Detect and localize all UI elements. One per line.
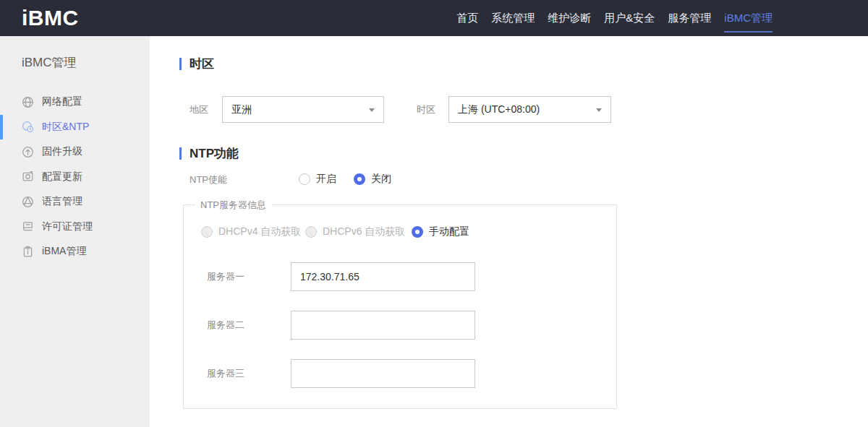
section-accent-bar: [179, 58, 182, 70]
server-one-input[interactable]: [291, 262, 475, 291]
nav-item-user-security[interactable]: 用户&安全: [604, 0, 655, 36]
manual-config-radio[interactable]: 手动配置: [412, 225, 469, 238]
sidebar-item-language[interactable]: 语言管理: [0, 189, 150, 215]
ntp-enable-radio-group: 开启 关闭: [299, 173, 391, 186]
server-two-input[interactable]: [291, 311, 475, 340]
timezone-section-header: 时区: [179, 56, 214, 72]
main-content: 时区 地区 亚洲 时区 上海 (UTC+08:00) NTP功能 NTP使能 开…: [150, 36, 868, 427]
radio-option-label: 手动配置: [429, 225, 469, 238]
nav-item-label: 系统管理: [491, 12, 535, 24]
sidebar-item-label: 语言管理: [42, 195, 82, 208]
sidebar-item-label: 配置更新: [42, 171, 82, 184]
timezone-select-value: 上海 (UTC+08:00): [458, 103, 540, 116]
sidebar-item-firmware-upgrade[interactable]: 固件升级: [0, 139, 150, 165]
sidebar-item-label: 时区&NTP: [42, 121, 89, 134]
nav-item-label: 首页: [456, 12, 478, 24]
chevron-down-icon: [596, 108, 602, 112]
sidebar-item-label: 网络配置: [42, 95, 82, 108]
timezone-section-title: 时区: [190, 56, 214, 72]
nav-item-label: iBMC管理: [724, 12, 773, 24]
ntp-enable-off-radio[interactable]: 关闭: [354, 173, 391, 186]
radio-circle-icon: [201, 226, 213, 238]
top-navigation: 首页 系统管理 维护诊断 用户&安全 服务管理 iBMC管理: [456, 0, 868, 36]
nav-item-label: 维护诊断: [548, 12, 591, 24]
region-label: 地区: [190, 96, 208, 123]
dhcpv4-auto-radio: DHCPv4 自动获取: [201, 225, 301, 238]
firmware-upgrade-icon: [22, 146, 34, 158]
server-three-input[interactable]: [291, 359, 475, 388]
radio-circle-icon: [412, 226, 423, 238]
radio-option-label: DHCPv6 自动获取: [323, 225, 405, 238]
region-select[interactable]: 亚洲: [222, 96, 384, 123]
nav-item-ibmc-management[interactable]: iBMC管理: [724, 0, 773, 36]
ntp-section-header: NTP功能: [179, 145, 239, 162]
chevron-down-icon: [369, 108, 375, 112]
server-three-label: 服务器三: [207, 359, 244, 388]
ntp-server-group-legend: NTP服务器信息: [195, 199, 271, 212]
server-two-label: 服务器二: [207, 311, 244, 340]
network-globe-icon: [22, 96, 34, 108]
region-select-value: 亚洲: [231, 103, 252, 116]
nav-item-home[interactable]: 首页: [456, 0, 478, 36]
ntp-section-title: NTP功能: [190, 145, 239, 162]
ibma-clipboard-icon: [22, 246, 34, 258]
sidebar-menu: 网络配置 时区&NTP 固件升级 配置更新 语言管理: [0, 90, 150, 264]
nav-item-label: 用户&安全: [604, 12, 655, 24]
sidebar-item-label: iBMA管理: [42, 245, 86, 258]
section-accent-bar: [179, 147, 182, 160]
ntp-enable-on-radio[interactable]: 开启: [299, 173, 336, 186]
radio-circle-icon: [299, 173, 310, 185]
active-item-indicator: [0, 115, 3, 140]
timezone-select[interactable]: 上海 (UTC+08:00): [448, 96, 611, 123]
radio-circle-icon: [305, 226, 317, 238]
ntp-enable-label: NTP使能: [190, 173, 227, 187]
sidebar-item-timezone-ntp[interactable]: 时区&NTP: [0, 115, 150, 140]
top-header-bar: iBMC 首页 系统管理 维护诊断 用户&安全 服务管理 iBMC管理: [0, 0, 868, 36]
radio-option-label: 关闭: [371, 173, 391, 186]
sidebar: iBMC管理 网络配置 时区&NTP 固件升级 配置更新: [0, 36, 150, 427]
nav-item-maintenance[interactable]: 维护诊断: [548, 0, 591, 36]
language-icon: [22, 196, 34, 208]
sidebar-item-ibma[interactable]: iBMA管理: [0, 239, 150, 264]
nav-item-services[interactable]: 服务管理: [668, 0, 711, 36]
nav-item-system[interactable]: 系统管理: [491, 0, 535, 36]
radio-circle-icon: [354, 173, 365, 185]
ntp-server-group-box: NTP服务器信息 DHCPv4 自动获取 DHCPv6 自动获取 手动配置 服务…: [183, 204, 617, 409]
sidebar-item-label: 固件升级: [42, 145, 82, 158]
config-update-icon: [22, 171, 34, 183]
sidebar-item-label: 许可证管理: [42, 220, 93, 233]
license-icon: [22, 220, 34, 233]
dhcpv6-auto-radio: DHCPv6 自动获取: [305, 225, 405, 238]
sidebar-item-license[interactable]: 许可证管理: [0, 215, 150, 240]
nav-item-label: 服务管理: [668, 12, 711, 24]
sidebar-item-network-config[interactable]: 网络配置: [0, 90, 150, 115]
radio-option-label: DHCPv4 自动获取: [218, 225, 301, 238]
radio-option-label: 开启: [316, 173, 336, 186]
timezone-clock-icon: [22, 121, 34, 133]
active-tab-underline: [724, 31, 773, 33]
timezone-label: 时区: [417, 96, 435, 123]
server-one-label: 服务器一: [207, 262, 244, 291]
sidebar-title: iBMC管理: [0, 36, 150, 71]
ibmc-logo: iBMC: [22, 0, 79, 36]
sidebar-item-config-update[interactable]: 配置更新: [0, 165, 150, 190]
